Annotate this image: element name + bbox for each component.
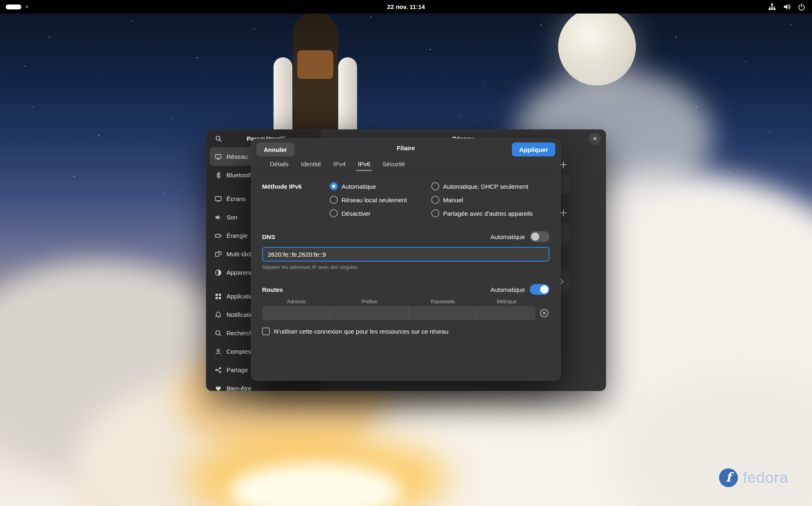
sidebar-item-label: Énergie: [226, 232, 248, 239]
radio-icon[interactable]: [330, 209, 338, 217]
bell-icon: [215, 311, 222, 319]
apply-button[interactable]: Appliquer: [512, 142, 555, 156]
restrict-connection-checkbox[interactable]: [262, 328, 270, 335]
search-button[interactable]: [212, 132, 225, 145]
remove-route-icon[interactable]: [539, 308, 550, 319]
network-icon: [215, 153, 222, 160]
tab-details[interactable]: Détails: [270, 157, 289, 171]
radio-label: Manuel: [443, 197, 463, 203]
sidebar-item-label: Bien-être: [226, 385, 251, 391]
power-icon[interactable]: [798, 3, 805, 11]
method-label: Méthode IPv6: [262, 182, 330, 217]
fedora-logo-icon: f: [719, 468, 738, 487]
routes-section-header: Routes Automatique: [262, 284, 550, 295]
routes-automatic-toggle[interactable]: [530, 284, 550, 295]
ipv6-method-section: Méthode IPv6 Automatique Automatique, DH…: [262, 182, 550, 217]
radio-icon[interactable]: [431, 196, 439, 204]
wellbeing-heart-icon: [215, 385, 222, 391]
route-row: [262, 306, 550, 320]
radio-automatique-dhcp[interactable]: Automatique, DHCP seulement: [431, 182, 533, 190]
restrict-connection-row[interactable]: N’utiliser cette connexion que pour les …: [262, 328, 550, 335]
add-connection-icon[interactable]: [559, 160, 568, 169]
sidebar-item-label: Écrans: [226, 195, 246, 202]
radio-icon[interactable]: [431, 182, 439, 190]
restrict-connection-label: N’utiliser cette connexion que pour les …: [274, 328, 448, 335]
route-address-input[interactable]: [262, 306, 330, 320]
wired-connection-dialog: Filaire Annuler Appliquer Détails Identi…: [251, 138, 561, 381]
radio-partagee[interactable]: Partagée avec d’autres appareils: [431, 209, 533, 217]
workspace-pill[interactable]: [6, 5, 21, 9]
radio-manuel[interactable]: Manuel: [431, 196, 533, 204]
sidebar-item-label: Son: [226, 214, 237, 221]
workspace-dot: [26, 6, 28, 8]
tab-identite[interactable]: Identité: [301, 157, 321, 171]
route-prefix-input[interactable]: [330, 306, 409, 320]
radio-label: Automatique, DHCP seulement: [443, 183, 528, 190]
rocket-band: [297, 50, 333, 79]
radio-icon[interactable]: [330, 196, 338, 204]
dialog-body: Méthode IPv6 Automatique Automatique, DH…: [251, 172, 560, 335]
radio-label: Partagée avec d’autres appareils: [443, 210, 533, 217]
routes-column-headers: Adresse Préfixe Passerelle Métrique: [262, 299, 550, 305]
dns-automatic-toggle[interactable]: [530, 231, 550, 242]
sidebar-item-label: Bluetooth: [226, 172, 252, 178]
dns-input[interactable]: [262, 247, 550, 262]
radio-icon[interactable]: [330, 182, 338, 190]
volume-icon[interactable]: [783, 3, 791, 11]
dialog-header: Filaire Annuler Appliquer: [251, 139, 560, 157]
dns-section-header: DNS Automatique: [262, 231, 550, 242]
appearance-icon: [215, 269, 222, 276]
activities-indicator[interactable]: [0, 5, 28, 9]
radio-automatique[interactable]: Automatique: [330, 182, 431, 190]
column-prefixe: Préfixe: [330, 299, 409, 305]
dns-label: DNS: [262, 233, 275, 240]
clock[interactable]: 22 nov. 11:14: [387, 3, 425, 10]
route-metric-input[interactable]: [477, 306, 536, 320]
displays-icon: [215, 195, 222, 203]
cancel-button[interactable]: Annuler: [256, 142, 294, 156]
toggle-knob: [531, 233, 539, 241]
close-icon[interactable]: ×: [589, 133, 601, 145]
radio-desactiver[interactable]: Désactiver: [330, 209, 431, 217]
radio-label: Désactiver: [342, 210, 371, 217]
tab-securite[interactable]: Sécurité: [382, 157, 405, 171]
bluetooth-icon: [215, 172, 222, 179]
route-gateway-input[interactable]: [409, 306, 477, 320]
sidebar-item-label: Comptes: [226, 348, 251, 355]
dns-helper-text: Séparer les adresses IP avec des virgule…: [262, 264, 550, 270]
dialog-tabs: Détails Identité IPv4 IPv6 Sécurité: [251, 157, 560, 172]
radio-reseau-local[interactable]: Réseau local seulement: [330, 196, 431, 204]
top-bar: 22 nov. 11:14: [0, 0, 812, 14]
tab-ipv4[interactable]: IPv4: [333, 157, 346, 171]
column-passerelle: Passerelle: [409, 299, 477, 305]
column-metrique: Métrique: [477, 299, 536, 305]
fedora-logo: f fedora: [719, 468, 788, 487]
energy-icon: [215, 232, 222, 239]
routes-automatic-label: Automatique: [491, 286, 525, 293]
routes-automatic: Automatique: [491, 284, 550, 295]
radio-label: Réseau local seulement: [342, 197, 407, 203]
accounts-icon: [215, 348, 222, 355]
system-status-area[interactable]: [768, 3, 812, 11]
sidebar-item-label: Réseau: [226, 153, 248, 160]
apps-grid-icon: [215, 293, 222, 300]
tab-ipv6[interactable]: IPv6: [358, 157, 370, 171]
column-adresse: Adresse: [262, 299, 330, 305]
method-options: Automatique Automatique, DHCP seulement …: [330, 182, 533, 217]
route-fields: [262, 306, 536, 320]
multitasking-icon: [215, 251, 222, 258]
sound-icon: [215, 214, 222, 221]
sidebar-item-bien-etre[interactable]: Bien-être: [210, 379, 317, 391]
ethernet-icon[interactable]: [768, 3, 776, 11]
search-icon: [215, 330, 222, 337]
radio-label: Automatique: [342, 183, 376, 190]
dns-automatic: Automatique: [491, 231, 550, 242]
dns-automatic-label: Automatique: [491, 233, 525, 240]
sidebar-item-label: Partage: [226, 366, 248, 373]
add-vpn-icon[interactable]: [559, 209, 568, 217]
fedora-logo-text: fedora: [743, 469, 788, 486]
toggle-knob: [540, 285, 548, 294]
routes-label: Routes: [262, 286, 283, 293]
share-icon: [215, 366, 222, 374]
radio-icon[interactable]: [431, 209, 439, 217]
